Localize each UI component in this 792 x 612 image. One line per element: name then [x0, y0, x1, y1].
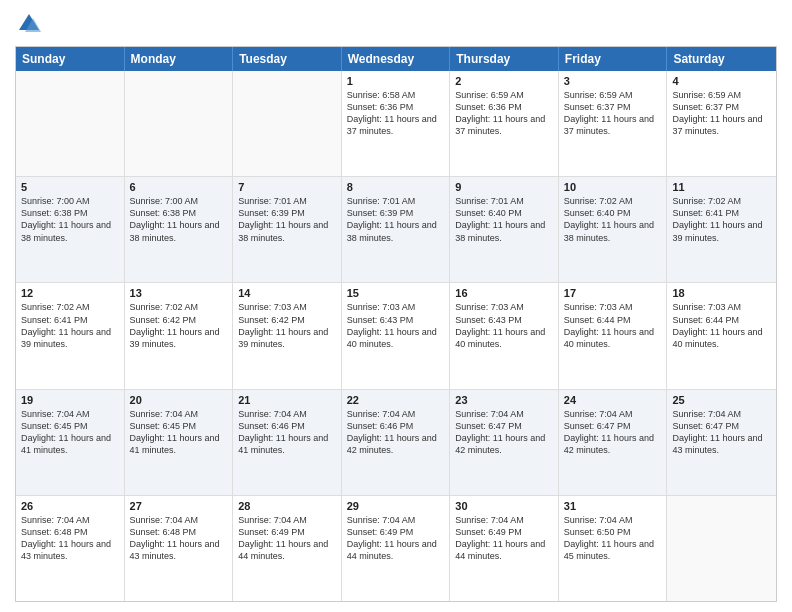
cell-info: Sunrise: 7:03 AM Sunset: 6:42 PM Dayligh…: [238, 301, 336, 350]
calendar-row: 26Sunrise: 7:04 AM Sunset: 6:48 PM Dayli…: [16, 496, 776, 601]
day-number: 2: [455, 75, 553, 87]
cell-info: Sunrise: 7:02 AM Sunset: 6:42 PM Dayligh…: [130, 301, 228, 350]
day-number: 28: [238, 500, 336, 512]
cell-info: Sunrise: 7:02 AM Sunset: 6:41 PM Dayligh…: [21, 301, 119, 350]
day-number: 23: [455, 394, 553, 406]
cell-info: Sunrise: 7:01 AM Sunset: 6:39 PM Dayligh…: [347, 195, 445, 244]
calendar-row: 19Sunrise: 7:04 AM Sunset: 6:45 PM Dayli…: [16, 390, 776, 496]
day-number: 18: [672, 287, 771, 299]
day-number: 10: [564, 181, 662, 193]
day-number: 13: [130, 287, 228, 299]
calendar-cell: 23Sunrise: 7:04 AM Sunset: 6:47 PM Dayli…: [450, 390, 559, 495]
calendar-cell: 11Sunrise: 7:02 AM Sunset: 6:41 PM Dayli…: [667, 177, 776, 282]
page: SundayMondayTuesdayWednesdayThursdayFrid…: [0, 0, 792, 612]
logo: [15, 10, 47, 38]
day-number: 12: [21, 287, 119, 299]
cell-info: Sunrise: 7:04 AM Sunset: 6:47 PM Dayligh…: [672, 408, 771, 457]
calendar-cell: 3Sunrise: 6:59 AM Sunset: 6:37 PM Daylig…: [559, 71, 668, 176]
calendar-cell: 24Sunrise: 7:04 AM Sunset: 6:47 PM Dayli…: [559, 390, 668, 495]
calendar-cell: 16Sunrise: 7:03 AM Sunset: 6:43 PM Dayli…: [450, 283, 559, 388]
calendar-cell: [125, 71, 234, 176]
day-number: 4: [672, 75, 771, 87]
calendar-cell: 27Sunrise: 7:04 AM Sunset: 6:48 PM Dayli…: [125, 496, 234, 601]
cell-info: Sunrise: 7:04 AM Sunset: 6:49 PM Dayligh…: [238, 514, 336, 563]
day-number: 9: [455, 181, 553, 193]
calendar-row: 12Sunrise: 7:02 AM Sunset: 6:41 PM Dayli…: [16, 283, 776, 389]
day-number: 30: [455, 500, 553, 512]
cell-info: Sunrise: 7:02 AM Sunset: 6:40 PM Dayligh…: [564, 195, 662, 244]
day-number: 11: [672, 181, 771, 193]
day-number: 19: [21, 394, 119, 406]
day-number: 17: [564, 287, 662, 299]
day-number: 22: [347, 394, 445, 406]
calendar-body: 1Sunrise: 6:58 AM Sunset: 6:36 PM Daylig…: [16, 71, 776, 601]
day-number: 29: [347, 500, 445, 512]
cell-info: Sunrise: 7:04 AM Sunset: 6:46 PM Dayligh…: [238, 408, 336, 457]
day-number: 5: [21, 181, 119, 193]
calendar-cell: [667, 496, 776, 601]
cell-info: Sunrise: 7:01 AM Sunset: 6:39 PM Dayligh…: [238, 195, 336, 244]
cell-info: Sunrise: 6:59 AM Sunset: 6:37 PM Dayligh…: [672, 89, 771, 138]
calendar-cell: 14Sunrise: 7:03 AM Sunset: 6:42 PM Dayli…: [233, 283, 342, 388]
cell-info: Sunrise: 7:04 AM Sunset: 6:45 PM Dayligh…: [130, 408, 228, 457]
cell-info: Sunrise: 7:04 AM Sunset: 6:46 PM Dayligh…: [347, 408, 445, 457]
calendar-cell: 13Sunrise: 7:02 AM Sunset: 6:42 PM Dayli…: [125, 283, 234, 388]
cell-info: Sunrise: 7:03 AM Sunset: 6:43 PM Dayligh…: [347, 301, 445, 350]
calendar-cell: 31Sunrise: 7:04 AM Sunset: 6:50 PM Dayli…: [559, 496, 668, 601]
calendar-cell: 26Sunrise: 7:04 AM Sunset: 6:48 PM Dayli…: [16, 496, 125, 601]
cell-info: Sunrise: 7:02 AM Sunset: 6:41 PM Dayligh…: [672, 195, 771, 244]
cell-info: Sunrise: 6:59 AM Sunset: 6:36 PM Dayligh…: [455, 89, 553, 138]
calendar-header: SundayMondayTuesdayWednesdayThursdayFrid…: [16, 47, 776, 71]
cell-info: Sunrise: 7:03 AM Sunset: 6:44 PM Dayligh…: [564, 301, 662, 350]
cell-info: Sunrise: 7:04 AM Sunset: 6:49 PM Dayligh…: [347, 514, 445, 563]
day-number: 24: [564, 394, 662, 406]
calendar-cell: 10Sunrise: 7:02 AM Sunset: 6:40 PM Dayli…: [559, 177, 668, 282]
calendar-cell: [233, 71, 342, 176]
day-number: 7: [238, 181, 336, 193]
calendar-cell: [16, 71, 125, 176]
calendar-cell: 22Sunrise: 7:04 AM Sunset: 6:46 PM Dayli…: [342, 390, 451, 495]
weekday-header: Saturday: [667, 47, 776, 71]
day-number: 27: [130, 500, 228, 512]
cell-info: Sunrise: 7:03 AM Sunset: 6:43 PM Dayligh…: [455, 301, 553, 350]
cell-info: Sunrise: 7:04 AM Sunset: 6:49 PM Dayligh…: [455, 514, 553, 563]
day-number: 1: [347, 75, 445, 87]
calendar-cell: 7Sunrise: 7:01 AM Sunset: 6:39 PM Daylig…: [233, 177, 342, 282]
calendar-cell: 17Sunrise: 7:03 AM Sunset: 6:44 PM Dayli…: [559, 283, 668, 388]
cell-info: Sunrise: 7:04 AM Sunset: 6:50 PM Dayligh…: [564, 514, 662, 563]
calendar-cell: 25Sunrise: 7:04 AM Sunset: 6:47 PM Dayli…: [667, 390, 776, 495]
cell-info: Sunrise: 6:58 AM Sunset: 6:36 PM Dayligh…: [347, 89, 445, 138]
calendar-cell: 21Sunrise: 7:04 AM Sunset: 6:46 PM Dayli…: [233, 390, 342, 495]
day-number: 26: [21, 500, 119, 512]
cell-info: Sunrise: 6:59 AM Sunset: 6:37 PM Dayligh…: [564, 89, 662, 138]
calendar-cell: 19Sunrise: 7:04 AM Sunset: 6:45 PM Dayli…: [16, 390, 125, 495]
weekday-header: Sunday: [16, 47, 125, 71]
day-number: 31: [564, 500, 662, 512]
day-number: 25: [672, 394, 771, 406]
cell-info: Sunrise: 7:04 AM Sunset: 6:45 PM Dayligh…: [21, 408, 119, 457]
cell-info: Sunrise: 7:04 AM Sunset: 6:47 PM Dayligh…: [455, 408, 553, 457]
calendar-cell: 4Sunrise: 6:59 AM Sunset: 6:37 PM Daylig…: [667, 71, 776, 176]
cell-info: Sunrise: 7:00 AM Sunset: 6:38 PM Dayligh…: [21, 195, 119, 244]
cell-info: Sunrise: 7:04 AM Sunset: 6:48 PM Dayligh…: [21, 514, 119, 563]
cell-info: Sunrise: 7:00 AM Sunset: 6:38 PM Dayligh…: [130, 195, 228, 244]
day-number: 6: [130, 181, 228, 193]
day-number: 16: [455, 287, 553, 299]
calendar: SundayMondayTuesdayWednesdayThursdayFrid…: [15, 46, 777, 602]
calendar-cell: 18Sunrise: 7:03 AM Sunset: 6:44 PM Dayli…: [667, 283, 776, 388]
cell-info: Sunrise: 7:01 AM Sunset: 6:40 PM Dayligh…: [455, 195, 553, 244]
calendar-row: 1Sunrise: 6:58 AM Sunset: 6:36 PM Daylig…: [16, 71, 776, 177]
cell-info: Sunrise: 7:04 AM Sunset: 6:47 PM Dayligh…: [564, 408, 662, 457]
calendar-cell: 8Sunrise: 7:01 AM Sunset: 6:39 PM Daylig…: [342, 177, 451, 282]
weekday-header: Thursday: [450, 47, 559, 71]
weekday-header: Wednesday: [342, 47, 451, 71]
header: [15, 10, 777, 38]
calendar-cell: 20Sunrise: 7:04 AM Sunset: 6:45 PM Dayli…: [125, 390, 234, 495]
logo-icon: [15, 10, 43, 38]
day-number: 15: [347, 287, 445, 299]
day-number: 20: [130, 394, 228, 406]
weekday-header: Tuesday: [233, 47, 342, 71]
calendar-cell: 5Sunrise: 7:00 AM Sunset: 6:38 PM Daylig…: [16, 177, 125, 282]
day-number: 14: [238, 287, 336, 299]
day-number: 3: [564, 75, 662, 87]
